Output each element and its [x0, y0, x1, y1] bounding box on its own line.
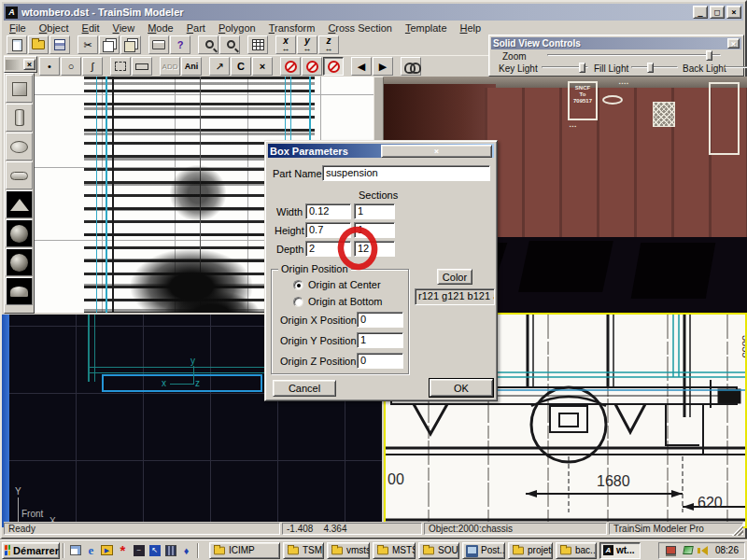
width-sections-field[interactable]: 1 [354, 203, 395, 219]
print-button[interactable] [148, 35, 169, 54]
display-settings-tray-icon[interactable] [665, 544, 678, 556]
rotate-tool-button[interactable]: C [231, 57, 251, 76]
cancel-button[interactable]: Cancel [273, 380, 336, 397]
zoom-slider[interactable] [547, 50, 721, 61]
animation-button[interactable]: Ani [181, 57, 202, 76]
find-button[interactable] [401, 57, 421, 76]
shape-toolbar-close-button[interactable]: × [23, 59, 35, 70]
shape-toolbar-titlebar[interactable]: × [4, 56, 37, 73]
menu-help[interactable]: Help [460, 22, 482, 34]
key-light-slider[interactable] [542, 63, 588, 73]
open-button[interactable] [28, 35, 49, 54]
titlebar[interactable]: A wtombero.dst - TrainSim Modeler _ □ × [4, 4, 743, 21]
origin-bottom-radio[interactable]: Origin at Bottom [293, 296, 382, 307]
create-cylinder-button[interactable] [6, 104, 33, 132]
menu-cross-section[interactable]: Cross Section [328, 22, 391, 34]
zoom-slider-thumb[interactable] [706, 50, 712, 61]
task-wtombero-active[interactable]: Awt... [599, 542, 641, 559]
menu-polygon[interactable]: Polygon [218, 22, 256, 34]
curve-tool-button[interactable]: ∫ [82, 57, 103, 76]
help-button[interactable]: ? [170, 35, 190, 54]
volume-tray-icon[interactable] [698, 544, 712, 556]
next-button[interactable]: ▶ [373, 57, 393, 76]
create-dome-button[interactable] [6, 277, 33, 305]
depth-sections-field[interactable]: 12 [354, 241, 395, 257]
menu-view[interactable]: View [113, 22, 135, 34]
ok-button[interactable]: OK [430, 379, 493, 397]
origin-x-field[interactable]: 0 [357, 312, 403, 328]
back-light-slider[interactable] [725, 63, 747, 73]
minimize-button[interactable]: _ [693, 6, 708, 19]
y-axis-button[interactable]: y↔ [297, 35, 317, 54]
create-sphere-button[interactable] [6, 219, 33, 247]
x-axis-button[interactable]: x↔ [275, 35, 296, 54]
origin-center-radio[interactable]: Origin at Center [293, 279, 381, 290]
close-button[interactable]: × [726, 6, 741, 19]
cdburner-icon[interactable]: * [115, 543, 131, 558]
hide-edges-button[interactable] [302, 57, 322, 76]
part-name-field[interactable]: suspension [322, 165, 490, 181]
point-tool-button[interactable]: • [39, 57, 60, 76]
task-tsm[interactable]: TSM [283, 542, 324, 559]
menu-mode[interactable]: Mode [148, 22, 174, 34]
key-light-slider-thumb[interactable] [579, 63, 585, 73]
fill-light-slider-thumb[interactable] [647, 63, 654, 73]
create-box-button[interactable] [6, 75, 33, 103]
start-button[interactable]: Démarrer [2, 542, 60, 559]
task-vmsts[interactable]: vmsts [327, 542, 370, 559]
dialog-titlebar[interactable]: Box Parameters × [268, 144, 494, 158]
solid-view-controls-titlebar[interactable]: Solid View Controls × [491, 37, 741, 49]
resize-grip[interactable] [732, 525, 743, 536]
create-cone-button[interactable] [6, 190, 33, 218]
task-msts[interactable]: MSTS [373, 542, 416, 559]
move-tool-button[interactable]: ↗ [209, 57, 230, 76]
hide-faces-button[interactable] [323, 57, 344, 76]
new-button[interactable] [7, 35, 27, 54]
menu-transform[interactable]: Transform [269, 22, 316, 34]
menu-file[interactable]: File [9, 22, 26, 34]
create-ellipse-button[interactable] [6, 133, 33, 161]
origin-y-field[interactable]: 1 [357, 332, 403, 348]
toolbar-grab-handle[interactable] [6, 60, 20, 70]
task-icimp[interactable]: ICIMP [209, 542, 280, 559]
pattern-app-icon[interactable] [162, 543, 178, 558]
z-axis-button[interactable]: z↔ [318, 35, 339, 54]
clock[interactable]: 08:26 [715, 545, 739, 555]
zoom-out-button[interactable] [219, 35, 240, 54]
prev-button[interactable]: ◀ [351, 57, 372, 76]
height-field[interactable]: 0.7 [305, 222, 351, 238]
cut-button[interactable]: ✂ [78, 35, 98, 54]
menu-object[interactable]: Object [39, 22, 69, 34]
select-rect-button[interactable] [110, 57, 131, 76]
paint-tool-icon[interactable]: ↖ [147, 543, 162, 558]
zoom-in-button[interactable] [198, 35, 218, 54]
task-bac[interactable]: bac... [556, 542, 597, 559]
origin-z-field[interactable]: 0 [357, 353, 403, 369]
circle-tool-button[interactable]: ○ [61, 57, 81, 76]
menu-part[interactable]: Part [187, 22, 205, 34]
maximize-button[interactable]: □ [710, 6, 725, 19]
hide-points-button[interactable] [280, 57, 301, 76]
grid-button[interactable] [247, 35, 268, 54]
ribbon-app-icon[interactable]: ♦ [178, 543, 194, 558]
paste-button[interactable] [120, 35, 141, 54]
create-capsule-button[interactable] [6, 161, 33, 189]
media-player-icon[interactable]: ▶ [99, 543, 115, 558]
menu-edit[interactable]: Edit [82, 22, 100, 34]
create-geosphere-button[interactable] [6, 248, 33, 276]
solid-view-controls-close-button[interactable]: × [727, 38, 740, 49]
task-post[interactable]: Post... [462, 542, 505, 559]
menu-template[interactable]: Template [405, 22, 447, 34]
scale-tool-button[interactable]: × [252, 57, 273, 76]
copy-button[interactable] [99, 35, 120, 54]
show-desktop-icon[interactable] [67, 543, 83, 558]
photo-editor-icon[interactable]: ~ [131, 543, 147, 558]
height-sections-field[interactable]: 1 [354, 222, 395, 238]
measure-button[interactable] [132, 57, 152, 76]
task-projets[interactable]: projets [508, 542, 553, 559]
dialog-close-button[interactable]: × [381, 145, 492, 158]
task-sou[interactable]: SOU... [418, 542, 459, 559]
save-button[interactable] [49, 35, 70, 54]
antivirus-tray-icon[interactable] [682, 544, 695, 556]
add-button[interactable]: ADD [160, 57, 180, 76]
